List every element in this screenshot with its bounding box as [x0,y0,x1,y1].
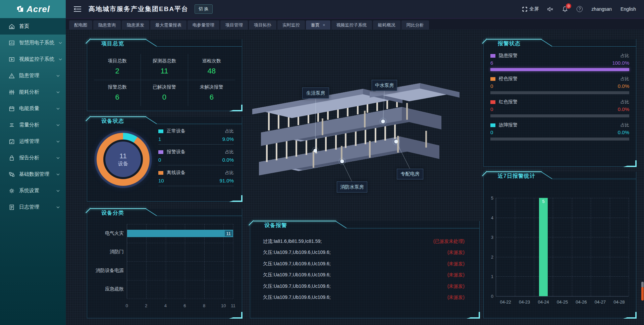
status-row-red: 红色报警 占比 0 0.0% [490,99,629,122]
warning-triangle-icon [9,73,15,79]
tab-item[interactable]: 能耗概况 [373,20,400,30]
alarm-list: 过流:Ia81.6,Ib81.59,Ic81.59; (已派发未处理) 欠压:U… [263,236,465,314]
notification-badge: 0 [566,3,572,9]
status-row-hazard: 隐患报警 占比 6 100.0% [490,53,629,76]
acrel-logo-icon [16,5,24,13]
tab-item[interactable]: 最大需量报表 [150,20,186,30]
main-sidebar: 首页 智慧用电子系统 视频监控子系统 隐患管理 能耗分析 电能质量 [0,18,66,325]
legend-row-normal: 正常设备 占比 1 9.0% [158,128,234,145]
speaker-muted-icon [547,7,553,12]
alarm-row[interactable]: 欠压:Ua109.7,Ub109.6,Uc109.6; (未派发) [263,292,465,304]
building-label-life-pump-room[interactable]: 生活泵房 [302,88,329,99]
sidebar-item-demand-analysis[interactable]: 需量分析 [0,117,66,133]
calendar-check-icon [9,139,15,145]
tab-item[interactable]: 项目管理 [220,20,248,30]
weekly-alarm-stats-panel: 近7日报警统计 5 4 3 2 1 0 [483,172,636,318]
calendar-icon [9,106,15,112]
chevron-down-icon [56,75,60,77]
sidebar-item-energy-analysis[interactable]: 能耗分析 [0,84,66,100]
tab-item[interactable]: 同比分析 [401,20,429,30]
scrollbar-thumb-accent[interactable] [641,287,644,301]
status-row-fault: 故障报警 占比 0 0.0% [490,122,629,145]
device-status-legend: 正常设备 占比 1 9.0% 报警设备 占比 0 [158,128,234,191]
fullscreen-icon [522,7,527,12]
mute-button[interactable] [547,7,553,12]
username: zhangsan [591,6,612,12]
brand-logo: Acrel [0,0,66,18]
page-title: 高地城市服务产业集团EBA平台 [89,5,189,13]
device-status-donut-chart: 11 设备 [97,133,150,186]
sidebar-item-report-analysis[interactable]: 报告分析 [0,150,66,166]
panel-title: 近7日报警统计 [498,173,535,180]
switch-project-button[interactable]: 切 换 [195,4,213,14]
bar-slot [496,198,515,296]
help-button[interactable]: ? [577,6,583,12]
chevron-down-icon [56,141,60,143]
sidebar-item-log-management[interactable]: 日志管理 [0,199,66,215]
device-category-bar-chart: 电气火灾 11 消防门 消防设备电源 [127,224,233,299]
alarm-row[interactable]: 欠压:Ua109.7,Ub109.6,Uc109.6; (未派发) [263,258,465,270]
tab-item[interactable]: 隐患派发 [122,20,149,30]
tab-item[interactable]: 配电图 [69,20,92,30]
bar-row: 电气火灾 11 [127,224,233,243]
open-tabs-bar: 配电图 隐患查询 隐患派发 最大需量报表 电参量管理 项目管理 项目拓扑 实时监… [66,18,644,30]
language-switcher[interactable]: English [621,6,636,12]
lock-icon [9,155,15,161]
top-header: 高地城市服务产业集团EBA平台 切 换 全屏 [66,0,644,18]
tab-item[interactable]: 隐患查询 [93,20,121,30]
sidebar-item-system-settings[interactable]: 系统设置 [0,182,66,199]
alarm-row[interactable]: 欠压:Ua109.7,Ub109.6,Uc109.6; (未派发) [263,270,465,281]
tab-item[interactable]: 视频监控子系统 [331,20,372,30]
tab-item[interactable]: 电参量管理 [187,20,219,30]
bar-slot [553,198,572,296]
sidebar-item-base-data[interactable]: 基础数据管理 [0,166,66,182]
x-axis-ticks: 0 2 4 6 8 10 11 [127,303,233,309]
tab-close-icon[interactable]: × [323,22,325,28]
sidebar-collapse-icon[interactable] [74,6,81,12]
alarm-row[interactable]: 欠压:Ua109.7,Ub109.6,Uc109.6; (未派发) [263,247,465,259]
status-chip [490,77,495,81]
building-3d-view[interactable]: 生活泵房 中水泵房 消防水泵房 专配电房 [247,39,482,221]
notifications-button[interactable]: 0 [562,6,568,12]
sidebar-item-ops-management[interactable]: 运维管理 [0,133,66,150]
building-label-distribution-room[interactable]: 专配电房 [397,169,423,179]
panel-title: 设备分类 [101,210,124,217]
bar-slot [610,198,629,296]
bar-slot [515,198,534,296]
bar-row: 消防门 [127,243,233,262]
nodes-icon [9,171,15,177]
alarm-row[interactable]: 过流:Ia81.6,Ib81.59,Ic81.59; (已派发未处理) [263,236,465,247]
bar-slot [591,198,609,296]
stat-inspections: 巡检次数 48 [188,54,235,80]
home-icon [9,23,15,30]
stat-resolved-alarms: 已解决报警 0 [141,80,188,106]
page-scrollbar[interactable] [641,282,644,302]
eba-dashboard: Acrel 高地城市服务产业集团EBA平台 切 换 全屏 [0,0,644,325]
chevron-down-icon [56,157,60,159]
sidebar-item-home[interactable]: 首页 [0,18,66,35]
building-label-fire-pump-room[interactable]: 消防水泵房 [337,181,367,193]
alarm-row[interactable]: 欠压:Ua109.7,Ub109.6,Uc109.6; (未派发) [263,281,465,292]
project-overview-panel: 项目总览 项目总数 2 探测器总数 11 巡检次数 48 报警总数 6 [87,39,242,111]
alarm-status-panel: 报警状态 隐患报警 占比 6 100.0% [483,39,636,167]
device-status-panel: 设备状态 11 设备 正常设备 占比 1 [87,117,242,202]
chevron-down-icon [59,58,62,60]
sidebar-item-power-quality[interactable]: 电能质量 [0,100,66,117]
tab-item[interactable]: 实时监控 [277,20,305,30]
building-label-reclaimed-water-pump-room[interactable]: 中水泵房 [372,80,397,91]
chevron-down-icon [56,108,60,110]
list-lines-icon [9,122,15,128]
sidebar-item-video-monitoring[interactable]: 视频监控子系统 [0,51,66,67]
tab-item[interactable]: 项目拓扑 [249,20,276,30]
sidebar-item-smart-power[interactable]: 智慧用电子系统 [0,35,66,51]
bar-slot: 5 [534,198,553,296]
chevron-down-icon [56,91,60,93]
bar-row: 消防设备电源 [127,261,233,280]
tab-item-active-home[interactable]: 首页 × [306,20,330,30]
sidebar-item-hazard-management[interactable]: 隐患管理 [0,67,66,84]
panel-title: 设备报警 [264,222,287,229]
donut-center-label: 11 设备 [105,142,141,177]
user-menu[interactable]: zhangsan [591,6,612,12]
question-icon: ? [577,6,583,12]
fullscreen-button[interactable]: 全屏 [522,6,539,12]
